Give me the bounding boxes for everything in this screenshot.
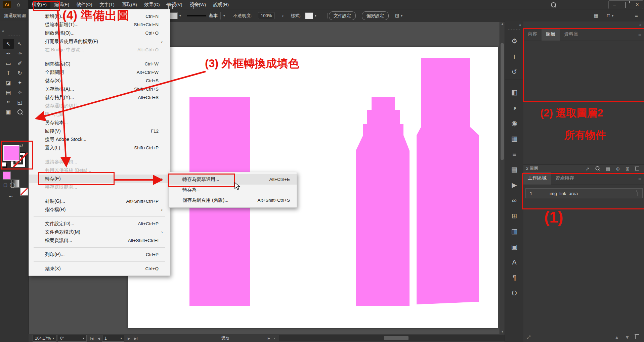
chevron-down-icon[interactable]: ▾ (220, 12, 226, 19)
vertical-scrollbar[interactable]: ▲ ▼ (500, 21, 505, 334)
panel-icon[interactable]: O (505, 285, 524, 301)
opacity-more-icon[interactable]: › (282, 9, 284, 22)
lasso-tool[interactable]: ✦ (14, 78, 26, 88)
panel-icon[interactable]: ≡ (505, 146, 524, 162)
menu-item[interactable]: 結束(X) Ctrl+Q (29, 264, 170, 273)
collapse-icon[interactable]: » (523, 21, 644, 27)
artboard-row[interactable]: 1 img_link_area (525, 188, 643, 198)
panel-icon[interactable]: ▶ (505, 177, 524, 193)
submenu-item[interactable]: 轉存為... (169, 185, 297, 195)
preferences-button[interactable]: 偏好設定 (362, 9, 389, 22)
menu-item[interactable]: 檔案資訊(I)... Alt+Shift+Ctrl+I (29, 236, 170, 245)
rotation-dropdown[interactable]: 0°▾ (58, 335, 87, 342)
submenu-item[interactable]: 轉存為螢幕適用... Alt+Ctrl+E (169, 174, 297, 185)
menu-item[interactable]: 置入(L)... Shift+Ctrl+P (29, 144, 170, 152)
delete-layer-icon[interactable] (635, 167, 639, 171)
eyedropper-tool[interactable]: ✧ (14, 88, 26, 97)
panel-tab[interactable]: 資產轉存 (551, 172, 578, 185)
panel-icon[interactable]: ¶ (505, 270, 524, 285)
first-artboard-icon[interactable]: |◀ (90, 337, 93, 340)
menubar-item[interactable]: 說明(H) (210, 0, 232, 9)
next-artboard-icon[interactable]: ▶ (128, 337, 130, 340)
panel-tab[interactable]: 工作區域 (523, 172, 551, 185)
search-icon[interactable] (551, 2, 556, 8)
opacity-field[interactable]: 100% (258, 9, 274, 22)
menu-item[interactable]: 關閉檔案(C) Ctrl+W (29, 60, 170, 68)
artboard-tool[interactable]: ▣ (3, 107, 14, 117)
default-swatches-icon[interactable] (2, 162, 6, 166)
collapse-icon[interactable]: « (2, 29, 4, 33)
none-button[interactable] (20, 188, 28, 196)
collapse-icon[interactable]: « (505, 21, 524, 27)
panel-icon[interactable]: ▣ (505, 239, 524, 254)
menu-item[interactable]: 全部關閉 Alt+Ctrl+W (29, 68, 170, 77)
menu-item[interactable]: 封裝(G)... Alt+Shift+Ctrl+P (29, 197, 170, 205)
shape-builder-tool[interactable]: ◱ (14, 97, 26, 107)
panel-grip[interactable]: •••••••• (5, 34, 24, 37)
restore-button[interactable] (620, 2, 632, 7)
edit-toolbar-icon[interactable]: ••• (9, 194, 13, 198)
menu-item[interactable] (29, 152, 170, 158)
menu-item[interactable]: 回復(V) F12 (29, 127, 170, 135)
menu-item[interactable]: 共用以供審核 (Beta)... (29, 166, 170, 175)
menu-item[interactable]: 儲存(S) Ctrl+S (29, 77, 170, 85)
angle-left-icon[interactable]: ‹ (274, 336, 275, 341)
panel-tab[interactable]: 圖層 (542, 28, 560, 41)
artboards-panel-menu-icon[interactable]: ≡ (638, 176, 641, 182)
type-tool[interactable]: T (3, 68, 14, 78)
panel-icon[interactable]: ⊞ (505, 208, 524, 224)
stroke-color-dropdown[interactable]: ▾ (170, 9, 181, 22)
zoom-level-dropdown[interactable]: 104.17%▾ (33, 335, 56, 342)
move-icon[interactable]: ⤢ (527, 334, 530, 340)
color-button[interactable] (3, 172, 11, 180)
menu-item[interactable] (29, 54, 170, 60)
menu-item[interactable]: 文件設定(D)... Alt+Ctrl+P (29, 219, 170, 228)
menu-item[interactable]: 另存範本... (29, 118, 170, 127)
menu-item[interactable]: 轉存(E) › (29, 175, 170, 183)
curvature-tool[interactable]: ✑ (14, 49, 26, 58)
paintbrush-tool[interactable]: ✐ (14, 58, 26, 68)
scroll-up-icon[interactable]: ▲ (500, 22, 505, 26)
menu-item[interactable]: 邀請參與編輯... (29, 158, 170, 166)
arrange-documents-icon[interactable] (194, 4, 200, 9)
panel-icon[interactable]: i (505, 49, 524, 64)
rectangle-tool[interactable]: ▭ (3, 58, 14, 68)
panel-icon[interactable]: ◑ (505, 100, 524, 115)
menu-item[interactable]: 儲存選取的切片... (29, 102, 170, 110)
panel-icon[interactable]: ◧ (505, 85, 524, 100)
drawing-modes[interactable]: ◻◯ (3, 182, 17, 188)
artboard-name[interactable]: img_link_area (546, 191, 638, 196)
down-icon[interactable]: ▼ (625, 335, 630, 340)
eraser-tool[interactable]: ◪ (3, 78, 14, 88)
panel-grip[interactable]: •••••••• (505, 27, 524, 33)
menu-item[interactable]: 搜尋 Adobe Stock... (29, 135, 170, 144)
menu-item[interactable]: 打開最近使用過的檔案(F) › (29, 37, 170, 46)
stroke-color-swatch[interactable] (170, 12, 178, 19)
menu-item[interactable] (29, 191, 170, 197)
artboard-nav-dropdown[interactable]: 1▾ (102, 335, 124, 342)
panel-icon[interactable]: ↺ (505, 64, 524, 80)
panel-tab[interactable]: 內容 (523, 28, 542, 41)
horizontal-scroll-thumb[interactable] (384, 336, 409, 340)
scroll-down-icon[interactable]: ▼ (500, 330, 505, 333)
menu-item[interactable]: 在 Bridge 中瀏覽... Alt+Ctrl+O (29, 46, 170, 54)
panel-icon[interactable]: ⚙ (505, 33, 524, 49)
direct-selection-tool[interactable]: ↖ (14, 39, 26, 49)
align-glyphs-icon[interactable]: ⊞▾ (395, 9, 402, 22)
up-icon[interactable]: ▲ (614, 335, 619, 340)
artboard-icon[interactable] (638, 191, 638, 196)
menu-item[interactable] (29, 214, 170, 219)
stroke-style-dropdown[interactable]: 基本 ▾ (187, 9, 226, 22)
fill-swatch[interactable] (3, 145, 19, 161)
grid-icon[interactable]: ▦ (594, 9, 598, 22)
panel-icon[interactable]: ∞ (505, 193, 524, 208)
menubar-item[interactable]: 效果(C) (141, 0, 164, 9)
minimize-button[interactable]: – (609, 2, 620, 7)
panel-icon[interactable]: ▤ (505, 162, 524, 177)
make-mask-icon[interactable]: ▩ (606, 166, 610, 172)
gradient-tool[interactable]: ▤ (3, 88, 14, 97)
locate-object-icon[interactable] (595, 166, 600, 172)
swap-fill-stroke-icon[interactable]: ⇄ (19, 143, 23, 148)
new-sublayer-icon[interactable]: ⊕ (616, 166, 620, 172)
arrange-icon[interactable]: ⧠▾ (607, 9, 613, 22)
